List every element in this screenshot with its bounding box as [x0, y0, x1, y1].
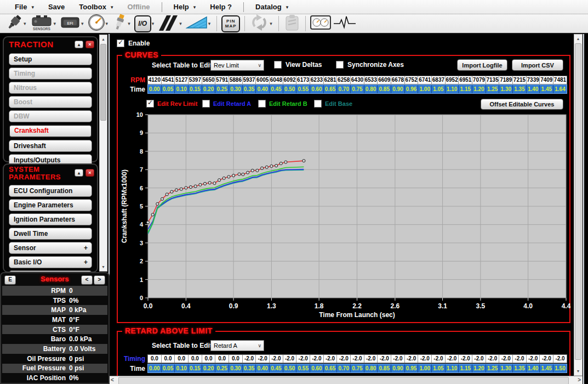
retard-time-cell[interactable]: 0.35 [243, 364, 256, 372]
time-cell[interactable]: 0.55 [296, 85, 310, 93]
timing-cell[interactable]: -2.0 [324, 355, 338, 363]
dropdown-arrow-icon[interactable]: ▾ [208, 21, 211, 26]
rpm-cell[interactable]: 7189 [499, 76, 513, 84]
timing-cell[interactable]: -2.0 [527, 355, 540, 363]
rpm-cell[interactable]: 6609 [378, 76, 391, 84]
sidebar-scrollbar[interactable]: ▲ ▼ [99, 35, 107, 272]
time-cell[interactable]: 1.25 [486, 85, 500, 93]
scroll-up-icon[interactable]: ▲ [574, 35, 582, 42]
timing-cell[interactable]: -2.0 [432, 355, 446, 363]
time-cell[interactable]: 0.10 [175, 85, 189, 93]
timing-cell[interactable]: -2.0 [337, 355, 351, 363]
view-deltas-checkbox[interactable] [274, 61, 282, 69]
retard-time-cell[interactable]: 1.20 [472, 364, 486, 372]
rpm-cell[interactable]: 5791 [215, 76, 229, 84]
dropdown-arrow-icon[interactable]: ▾ [270, 21, 272, 26]
menu-item-save[interactable]: Save [41, 0, 72, 14]
time-cell[interactable]: 0.00 [148, 85, 162, 93]
timing-cell[interactable]: 0.0 [175, 355, 189, 363]
rpm-cell[interactable]: 7215 [513, 76, 527, 84]
sensors-edit-button[interactable]: E [4, 275, 16, 285]
sidebar-item-engine-parameters[interactable]: Engine Parameters [9, 199, 92, 211]
time-cell[interactable]: 1.30 [499, 85, 513, 93]
rpm-cell[interactable]: 7409 [540, 76, 553, 84]
retard-time-cell[interactable]: 0.20 [202, 364, 216, 372]
time-cell[interactable]: 1.35 [513, 85, 527, 93]
enable-control[interactable]: ✓ Enable [117, 39, 150, 47]
retard-time-cell[interactable]: 0.90 [391, 364, 405, 372]
rpm-cell[interactable]: 7339 [527, 76, 540, 84]
toolbar-button-ramp-icon[interactable]: ▾ [185, 15, 214, 32]
retard-time-cell[interactable]: 1.35 [513, 364, 527, 372]
retard-time-cell[interactable]: 1.30 [499, 364, 513, 372]
time-cell[interactable]: 0.70 [337, 85, 351, 93]
timing-cell[interactable]: -2.0 [540, 355, 553, 363]
toolbar-button-io-icon[interactable]: I/O▾ [133, 15, 157, 32]
retard-time-cell[interactable]: 1.40 [527, 364, 540, 372]
time-cell[interactable]: 0.75 [351, 85, 364, 93]
timing-cell[interactable]: 0.0 [162, 355, 175, 363]
rpm-cell[interactable]: 7481 [553, 76, 567, 84]
menu-item-file[interactable]: File▾ [8, 0, 41, 14]
scroll-left-icon[interactable]: < [111, 376, 114, 384]
retard-time-cell[interactable]: 1.00 [418, 364, 432, 372]
collapse-icon[interactable]: ▴ [75, 169, 83, 177]
time-cell[interactable]: 0.80 [364, 85, 378, 93]
timing-cell[interactable]: -2.0 [499, 355, 513, 363]
menu-item-help[interactable]: Help▾ [167, 0, 203, 14]
rpm-cell[interactable]: 6233 [310, 76, 324, 84]
time-cell[interactable]: 1.45 [540, 85, 553, 93]
scroll-down-icon[interactable]: ▼ [574, 368, 582, 375]
time-cell[interactable]: 1.20 [472, 85, 486, 93]
dropdown-arrow-icon[interactable]: ▾ [24, 21, 26, 26]
toolbar-button-spark-plug-icon[interactable]: ▾ [111, 14, 133, 33]
timing-cell[interactable]: -2.0 [459, 355, 472, 363]
time-cell[interactable]: 0.65 [324, 85, 338, 93]
timing-cell[interactable]: -2.0 [405, 355, 419, 363]
sync-axes-control[interactable]: Synchronize Axes [336, 61, 404, 69]
sidebar-item-nitrous[interactable]: Nitrous [9, 82, 92, 94]
time-cell[interactable]: 0.50 [283, 85, 297, 93]
sidebar-item-dwell-time[interactable]: Dwell Time [9, 228, 92, 240]
time-cell[interactable]: 0.90 [391, 85, 405, 93]
retard-time-cell[interactable]: 0.00 [148, 364, 162, 372]
rpm-cell[interactable]: 6741 [418, 76, 432, 84]
sync-axes-checkbox[interactable] [336, 61, 344, 69]
time-cell[interactable]: 0.35 [243, 85, 256, 93]
toolbar-button-waveform-icon[interactable] [332, 15, 357, 32]
scroll-right-icon[interactable]: > [578, 376, 581, 384]
menu-item-offline[interactable]: Offline [120, 0, 157, 14]
dropdown-arrow-icon[interactable]: ▾ [106, 21, 109, 26]
sidebar-item-ecu-configuration[interactable]: ECU Configuration [9, 185, 92, 197]
retard-time-cell[interactable]: 0.05 [162, 364, 175, 372]
time-cell[interactable]: 1.00 [418, 85, 432, 93]
toolbar-button-sensors-module-icon[interactable]: SENSORS▾ [29, 14, 59, 33]
rpm-cell[interactable]: 5886 [229, 76, 243, 84]
sidebar-item-boost[interactable]: Boost [9, 96, 92, 108]
toolbar-button-sync-icon[interactable]: ▾ [248, 14, 275, 33]
dropdown-arrow-icon[interactable]: ▾ [179, 21, 182, 26]
timing-cell[interactable]: 0.0 [215, 355, 229, 363]
main-scrollbar-thumb[interactable] [575, 43, 581, 360]
sidebar-item-ignition-parameters[interactable]: Ignition Parameters [9, 213, 92, 225]
rpm-cell[interactable]: 6533 [364, 76, 378, 84]
time-cell[interactable]: 0.85 [378, 85, 391, 93]
menu-item-datalog[interactable]: Datalog▾ [248, 0, 295, 14]
sensors-prev-button[interactable]: < [81, 275, 93, 285]
horizontal-scrollbar[interactable]: < > [110, 376, 583, 384]
sidebar-item-crankshaft[interactable]: Crankshaft [9, 125, 92, 138]
edit-toggle-edit-base[interactable]: Edit Base [314, 100, 370, 108]
horizontal-scrollbar-thumb[interactable] [118, 377, 569, 384]
time-cell[interactable]: 0.15 [189, 85, 202, 93]
rpm-cell[interactable]: 6048 [270, 76, 283, 84]
timing-cell[interactable]: -2.0 [296, 355, 310, 363]
timing-cell[interactable]: -2.0 [310, 355, 324, 363]
timing-cell[interactable]: -2.0 [486, 355, 500, 363]
rpm-cell[interactable]: 4120 [148, 76, 162, 84]
menu-item-toolbox[interactable]: Toolbox▾ [72, 0, 120, 14]
close-icon[interactable]: × [85, 169, 94, 177]
toolbar-button-gauge-icon[interactable]: ▾ [87, 14, 111, 33]
table-select-dropdown[interactable]: Rev Limit ∨ [210, 60, 264, 71]
timing-cell[interactable]: -2.0 [513, 355, 527, 363]
timing-cell[interactable]: -2.0 [553, 355, 567, 363]
